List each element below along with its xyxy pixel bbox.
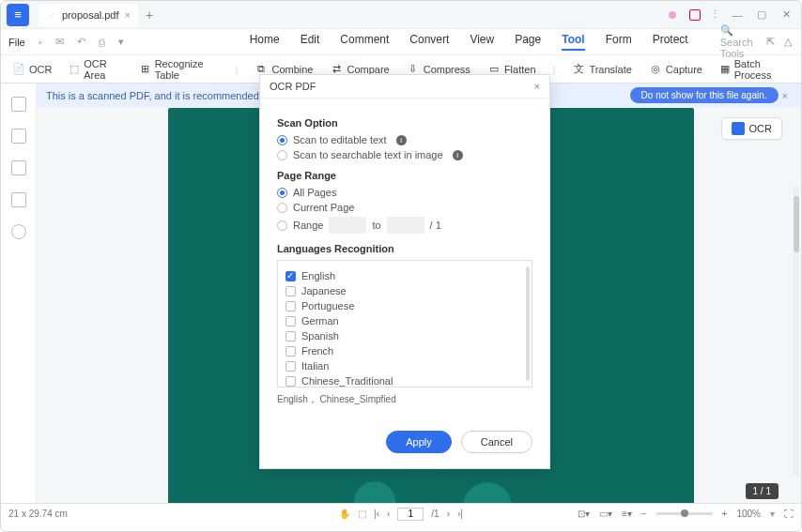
lang-item[interactable]: Portuguese: [285, 300, 524, 312]
languages-list[interactable]: EnglishJapanesePortugueseGermanSpanishFr…: [277, 260, 532, 388]
radio-current-page[interactable]: [277, 203, 287, 213]
print-icon[interactable]: ⎙: [99, 37, 105, 48]
kebab-icon[interactable]: ⋮: [710, 8, 720, 21]
menu-convert[interactable]: Convert: [409, 33, 449, 51]
lang-item[interactable]: German: [285, 315, 524, 327]
comments-icon[interactable]: [11, 160, 26, 175]
first-page-icon[interactable]: |‹: [374, 509, 379, 519]
tool-ocr-area[interactable]: ⬚OCR Area: [69, 58, 123, 81]
checkbox[interactable]: [285, 331, 296, 342]
close-icon[interactable]: ×: [125, 9, 131, 21]
close-window-button[interactable]: ✕: [779, 8, 794, 21]
bookmarks-icon[interactable]: [11, 129, 26, 144]
minimize-button[interactable]: —: [730, 9, 745, 21]
search-icon: 🔍: [720, 24, 733, 36]
lang-label: Japanese: [301, 285, 347, 296]
share-icon[interactable]: ⇱: [766, 36, 775, 48]
next-page-icon[interactable]: ›: [447, 509, 450, 519]
menu-view[interactable]: View: [470, 33, 494, 51]
checkbox[interactable]: [285, 361, 296, 372]
dropdown-icon[interactable]: ▾: [118, 36, 124, 48]
save-icon[interactable]: ▫: [39, 37, 42, 48]
checkbox[interactable]: [285, 376, 296, 387]
menu-edit[interactable]: Edit: [301, 33, 320, 51]
lang-label: English: [301, 270, 335, 281]
zoom-in-icon[interactable]: +: [722, 509, 728, 519]
attachments-icon[interactable]: [11, 192, 26, 207]
cloud-icon[interactable]: △: [784, 36, 792, 48]
menu-form[interactable]: Form: [606, 33, 632, 51]
apply-button[interactable]: Apply: [386, 431, 452, 453]
checkbox[interactable]: [285, 301, 296, 312]
selected-languages: English， Chinese_Simpfied: [277, 393, 532, 406]
tool-recognize-table[interactable]: ⊞Recognize Table: [140, 58, 219, 81]
lang-item[interactable]: English: [285, 270, 524, 281]
lang-label: Italian: [301, 360, 329, 372]
document-tab[interactable]: ⟋ proposal.pdf ×: [39, 4, 138, 26]
radio-searchable[interactable]: [277, 150, 287, 160]
page-badge: 1 / 1: [746, 483, 779, 499]
zoom-level: 100%: [736, 509, 761, 519]
menu-tool[interactable]: Tool: [562, 33, 584, 51]
info-icon[interactable]: i: [453, 150, 463, 160]
hand-tool-icon[interactable]: ✋: [339, 509, 350, 519]
menu-home[interactable]: Home: [250, 33, 280, 51]
fit-page-icon[interactable]: ⊡▾: [578, 509, 590, 519]
lang-item[interactable]: Chinese_Traditional: [285, 375, 524, 387]
checkbox[interactable]: [285, 316, 296, 327]
checkbox[interactable]: [285, 346, 296, 357]
radio-editable[interactable]: [277, 135, 287, 145]
range-to-input[interactable]: [387, 217, 424, 234]
banner-noshow-button[interactable]: Do not show for this file again.: [630, 87, 779, 103]
zoom-slider[interactable]: [656, 512, 713, 515]
vertical-scrollbar[interactable]: [794, 187, 799, 475]
notification-icon[interactable]: [689, 9, 701, 21]
menu-protect[interactable]: Protect: [653, 33, 688, 51]
bookmark-icon: ⟋: [46, 9, 56, 21]
menu-page[interactable]: Page: [515, 33, 541, 51]
maximize-button[interactable]: ▢: [754, 8, 769, 21]
titlebar: ≡ ⟋ proposal.pdf × + ⋮ — ▢ ✕: [1, 1, 801, 29]
search-panel-icon[interactable]: [11, 224, 26, 239]
lang-item[interactable]: Japanese: [285, 285, 524, 296]
dialog-close-icon[interactable]: ×: [534, 81, 540, 92]
main-menu: Home Edit Comment Convert View Page Tool…: [250, 33, 688, 51]
page-number-input[interactable]: [397, 508, 424, 521]
cancel-button[interactable]: Cancel: [461, 431, 532, 453]
zoom-out-icon[interactable]: −: [641, 509, 647, 519]
fullscreen-icon[interactable]: ⛶: [784, 509, 794, 519]
menu-comment[interactable]: Comment: [340, 33, 389, 51]
radio-all-pages[interactable]: [277, 188, 287, 198]
svg-point-1: [463, 482, 512, 503]
svg-point-0: [354, 481, 395, 503]
lang-item[interactable]: Spanish: [285, 330, 524, 342]
mail-icon[interactable]: ✉: [55, 36, 64, 48]
banner-message: This is a scanned PDF, and it is recomme…: [46, 90, 259, 101]
tool-translate[interactable]: 文Translate: [572, 63, 631, 76]
view-mode-icon[interactable]: ▭▾: [599, 509, 612, 519]
checkbox[interactable]: [285, 271, 296, 281]
tool-capture[interactable]: ◎Capture: [649, 63, 702, 76]
lang-item[interactable]: French: [285, 345, 524, 357]
ocr-icon: 📄: [12, 63, 25, 76]
undo-icon[interactable]: ↶: [77, 36, 85, 48]
prev-page-icon[interactable]: ‹: [387, 509, 390, 519]
tab-filename: proposal.pdf: [62, 9, 119, 21]
select-tool-icon[interactable]: ⬚: [358, 509, 366, 519]
radio-range[interactable]: [277, 220, 287, 231]
lang-item[interactable]: Italian: [285, 360, 524, 372]
ocr-badge-icon: [732, 122, 745, 135]
reflow-icon[interactable]: ≡▾: [622, 509, 632, 519]
file-menu[interactable]: File: [8, 37, 25, 48]
thumbnails-icon[interactable]: [11, 97, 26, 112]
last-page-icon[interactable]: ›|: [457, 509, 463, 519]
add-tab-button[interactable]: +: [146, 8, 153, 23]
banner-close-icon[interactable]: ×: [779, 90, 792, 101]
tool-batch-process[interactable]: ▦Batch Process: [719, 58, 790, 81]
ocr-floating-button[interactable]: OCR: [721, 117, 782, 140]
range-from-input[interactable]: [329, 217, 366, 234]
checkbox[interactable]: [285, 286, 296, 296]
search-tools-input[interactable]: Search Tools: [720, 37, 753, 59]
info-icon[interactable]: i: [396, 135, 407, 145]
tool-ocr[interactable]: 📄OCR: [12, 63, 52, 76]
